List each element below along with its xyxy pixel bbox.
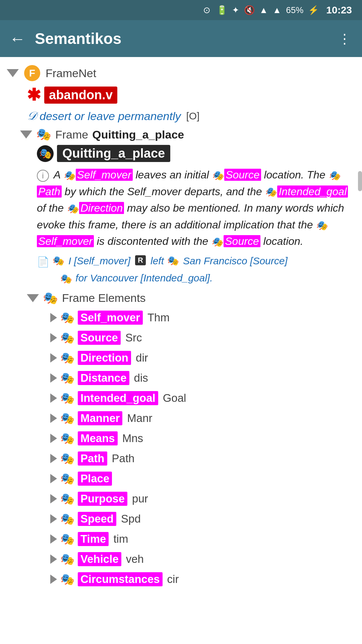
fe-expand-icon[interactable] xyxy=(50,554,57,564)
word-row: ✱ abandon.v xyxy=(7,85,355,105)
self-mover-2[interactable]: Self_mover xyxy=(37,235,94,247)
clock: 10:23 xyxy=(326,4,352,16)
example-self-mover[interactable]: I [Self_mover] xyxy=(68,255,130,267)
fe-expand-icon[interactable] xyxy=(50,575,57,584)
example-verb[interactable]: left xyxy=(150,255,164,267)
fe-expand-icon[interactable] xyxy=(50,333,57,342)
fe-abbr: cir xyxy=(167,573,179,586)
fe-name[interactable]: Direction xyxy=(78,351,131,365)
collapse-triangle-icon[interactable] xyxy=(7,69,19,77)
fe-item-place: 🎭 Place xyxy=(7,472,355,486)
battery-percent: 65% xyxy=(286,5,303,15)
direction-highlight[interactable]: Direction xyxy=(79,202,124,214)
back-button[interactable]: ← xyxy=(9,30,25,48)
source-highlight-2[interactable]: Source xyxy=(224,235,260,247)
fe-name[interactable]: Distance xyxy=(78,371,129,385)
f-badge: F xyxy=(24,65,40,81)
fe-item-source: 🎭 Source Src xyxy=(7,331,355,345)
fe-abbr: Manr xyxy=(127,412,152,425)
example-sentence-row: 📄 🎭 I [Self_mover] R left 🎭 San Francisc… xyxy=(7,255,355,268)
fe-expand-icon[interactable] xyxy=(50,454,57,463)
fe-expand-icon[interactable] xyxy=(50,494,57,503)
fe-name[interactable]: Place xyxy=(78,472,112,486)
example-intended-goal[interactable]: for Vancouver [Intended_goal]. xyxy=(75,272,213,283)
fe-mask-icon: 🎭 xyxy=(60,391,74,405)
fe-item-purpose: 🎭 Purpose pur xyxy=(7,492,355,506)
fe-item-circumstances: 🎭 Circumstances cir xyxy=(7,572,355,586)
fe-abbr: Thm xyxy=(147,311,170,324)
intended-goal-highlight[interactable]: Intended_goal xyxy=(277,185,348,198)
source-mask-icon-2: 🎭 xyxy=(211,235,223,249)
frame-label: Frame xyxy=(55,128,88,141)
fe-abbr: tim xyxy=(113,533,128,545)
fe-name[interactable]: Means xyxy=(78,431,118,445)
vinyl-icon: ⊙ xyxy=(203,5,210,15)
self-mover-1[interactable]: Self_mover xyxy=(76,169,133,181)
fe-collapse-icon[interactable] xyxy=(27,294,39,302)
battery-icon: ⚡ xyxy=(308,5,319,15)
definition-row: 𝒟 desert or leave permanently [O] xyxy=(7,109,355,123)
signal-icon: ▲ xyxy=(273,5,281,15)
fe-expand-icon[interactable] xyxy=(50,514,57,524)
fe-expand-icon[interactable] xyxy=(50,474,57,483)
overflow-menu-button[interactable]: ⋮ xyxy=(338,31,353,46)
example-source[interactable]: San Francisco [Source] xyxy=(183,255,288,267)
bluetooth-icon: ✦ xyxy=(232,5,239,15)
fe-name[interactable]: Manner xyxy=(78,411,122,425)
word-highlight[interactable]: abandon.v xyxy=(44,87,117,104)
framenet-header: F FrameNet xyxy=(7,65,355,81)
info-icon: i xyxy=(37,170,49,182)
fe-section-label: Frame Elements xyxy=(62,291,145,305)
fe-name[interactable]: Purpose xyxy=(78,492,127,506)
scrollbar[interactable] xyxy=(358,171,362,191)
fe-mask-icon: 🎭 xyxy=(60,412,74,425)
fe-name[interactable]: Speed xyxy=(78,512,116,526)
fe-expand-icon[interactable] xyxy=(50,434,57,443)
fe-expand-icon[interactable] xyxy=(50,313,57,322)
frame-elements-list: 🎭 Self_mover Thm 🎭 Source Src 🎭 Directio… xyxy=(7,311,355,586)
fe-item-intended-goal: 🎭 Intended_goal Goal xyxy=(7,391,355,405)
fe-name[interactable]: Path xyxy=(78,451,107,466)
fe-name[interactable]: Self_mover xyxy=(78,311,143,325)
fe-item-speed: 🎭 Speed Spd xyxy=(7,512,355,526)
frame-name[interactable]: Quitting_a_place xyxy=(92,128,184,141)
fe-mask-icon: 🎭 xyxy=(60,492,74,505)
fe-section-mask-icon: 🎭 xyxy=(43,291,58,305)
fe-item-manner: 🎭 Manner Manr xyxy=(7,411,355,425)
mute-icon: 🔇 xyxy=(244,5,255,15)
fe-mask-icon: 🎭 xyxy=(60,311,74,324)
intended-goal-mask-icon: 🎭 xyxy=(265,185,277,199)
direction-mask-icon: 🎭 xyxy=(67,202,78,216)
frame-row: 🎭 Frame Quitting_a_place xyxy=(7,127,355,142)
fe-item-vehicle: 🎭 Vehicle veh xyxy=(7,552,355,566)
status-icons: 🔋 ✦ 🔇 ▲ ▲ 65% ⚡ 10:23 xyxy=(217,4,352,16)
frame-collapse-icon[interactable] xyxy=(20,130,32,139)
fe-abbr: veh xyxy=(126,553,144,566)
fe-abbr: dis xyxy=(134,372,148,384)
fe-name[interactable]: Vehicle xyxy=(78,552,121,566)
fe-abbr: Src xyxy=(125,331,142,344)
quitting-mask-icon: 🎭 xyxy=(37,145,54,162)
quitting-title[interactable]: Quitting_a_place xyxy=(57,145,170,162)
definition-link[interactable]: desert or leave permanently xyxy=(40,110,181,123)
fe-expand-icon[interactable] xyxy=(50,534,57,544)
battery-save-icon: 🔋 xyxy=(217,5,227,15)
fe-expand-icon[interactable] xyxy=(50,353,57,363)
fe-name[interactable]: Circumstances xyxy=(78,572,163,586)
path-highlight[interactable]: Path xyxy=(37,185,62,198)
fe-name[interactable]: Time xyxy=(78,532,109,546)
fe-mask-icon: 🎭 xyxy=(60,371,74,385)
fe-item-time: 🎭 Time tim xyxy=(7,532,355,546)
source-highlight-1[interactable]: Source xyxy=(224,169,261,181)
status-bar: ⊙ 🔋 ✦ 🔇 ▲ ▲ 65% ⚡ 10:23 xyxy=(0,0,362,20)
fe-expand-icon[interactable] xyxy=(50,373,57,383)
fe-name[interactable]: Source xyxy=(78,331,121,345)
fe-item-path: 🎭 Path Path xyxy=(7,451,355,466)
fe-expand-icon[interactable] xyxy=(50,414,57,423)
definition-bracket: [O] xyxy=(186,110,199,122)
fe-expand-icon[interactable] xyxy=(50,393,57,403)
fe-mask-icon: 🎭 xyxy=(60,472,74,485)
framenet-label: FrameNet xyxy=(46,67,96,80)
fe-abbr: Mns xyxy=(122,432,143,445)
fe-name[interactable]: Intended_goal xyxy=(78,391,158,405)
